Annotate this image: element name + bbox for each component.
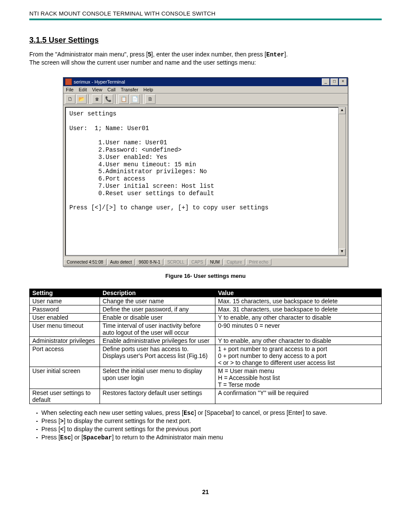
table-row: User enabledEnable or disable userY to e…	[30, 314, 382, 322]
toolbar-separator	[142, 94, 143, 104]
key-esc: Esc	[184, 410, 194, 417]
section-title: 3.1.5 User Settings	[29, 36, 382, 45]
note-text: ] to display the current settings for th…	[64, 417, 191, 424]
scroll-up-icon[interactable]: ▲	[339, 107, 346, 114]
table-row: Reset user settings to defaultRestores f…	[30, 389, 382, 404]
running-header: NTI RACK MOUNT CONSOLE TERMINAL WITH CON…	[29, 10, 382, 17]
status-caps: CAPS	[188, 259, 206, 265]
open-icon[interactable]: 📂	[76, 94, 87, 104]
menu-edit[interactable]: Edit	[79, 87, 87, 92]
intro-text: The screen will show the current user nu…	[29, 59, 382, 66]
cell-value: 1 + port number to grant access to a por…	[215, 345, 382, 367]
menubar: File Edit View Call Transfer Help	[63, 86, 348, 93]
send-icon[interactable]: 📋	[118, 94, 129, 104]
note-text: ] to return to the Administrator main me…	[112, 434, 223, 441]
menu-file[interactable]: File	[66, 87, 74, 92]
properties-icon[interactable]: 🗎	[145, 94, 156, 104]
intro-text: ], enter the user index number, then pre…	[151, 51, 266, 58]
intro-text: ].	[284, 51, 288, 58]
list-item: Press [<] to display the current setting…	[41, 426, 382, 433]
cell-setting: Reset user settings to default	[30, 389, 100, 404]
cell-setting: User name	[30, 297, 100, 305]
figure-caption: Figure 16- User settings menu	[29, 273, 382, 279]
menu-transfer[interactable]: Transfer	[121, 87, 138, 92]
note-text: Press [	[41, 417, 60, 424]
intro-text: From the "Administrator main menu", pres…	[29, 51, 148, 58]
toolbar-separator	[115, 94, 117, 104]
menu-help[interactable]: Help	[143, 87, 153, 92]
status-autodetect: Auto detect	[107, 259, 135, 265]
key-esc: Esc	[60, 434, 71, 441]
col-setting: Setting	[30, 289, 100, 297]
status-printecho: Print echo	[246, 259, 271, 265]
col-value: Value	[215, 289, 382, 297]
table-row: User nameChange the user nameMax. 15 cha…	[30, 297, 382, 305]
hyperterminal-window: serimux - HyperTerminal _ □ × File Edit …	[63, 77, 348, 267]
table-row: Port accessDefine ports user has access …	[30, 345, 382, 367]
menu-view[interactable]: View	[92, 87, 103, 92]
cell-description: Time interval of user inactivity before …	[100, 322, 215, 337]
cell-setting: Port access	[30, 345, 100, 367]
disconnect-icon[interactable]: 📞	[103, 94, 113, 104]
list-item: Press [Esc] or [Spacebar] to return to t…	[41, 434, 382, 441]
new-icon[interactable]: 🗋	[65, 94, 75, 104]
cell-value: 0-90 minutes 0 = never	[215, 322, 382, 337]
cell-description: Define ports user has access to. Display…	[100, 345, 215, 367]
cell-setting: User initial screen	[30, 367, 100, 389]
key-5: 5	[148, 51, 151, 58]
list-item: When selecting each new user setting val…	[41, 409, 382, 417]
titlebar: serimux - HyperTerminal _ □ ×	[63, 78, 348, 86]
col-description: Description	[100, 289, 215, 297]
status-capture: Capture	[224, 259, 245, 265]
key-enter: Enter	[266, 51, 284, 58]
call-icon[interactable]: ☎	[92, 94, 102, 104]
status-scroll: SCROLL	[164, 259, 187, 265]
table-header-row: Setting Description Value	[30, 289, 382, 297]
cell-setting: Administrator privileges	[30, 337, 100, 345]
cell-setting: User menu timeout	[30, 322, 100, 337]
cell-description: Enable administrative privileges for use…	[100, 337, 215, 345]
status-num: NUM	[207, 259, 223, 265]
window-title: serimux - HyperTerminal	[74, 79, 125, 84]
table-row: Administrator privilegesEnable administr…	[30, 337, 382, 345]
key-lt: <	[60, 426, 64, 433]
note-text: ] or [Spacebar] to cancel, or press [Ent…	[194, 409, 327, 416]
cell-description: Define the user password, if any	[100, 305, 215, 314]
notes-list: When selecting each new user setting val…	[29, 409, 382, 441]
cell-value: Y to enable, any other character to disa…	[215, 337, 382, 345]
table-row: User menu timeoutTime interval of user i…	[30, 322, 382, 337]
minimize-button[interactable]: _	[322, 78, 330, 85]
terminal-area: User settings User: 1; Name: User01 1.Us…	[63, 105, 348, 258]
page-number: 21	[29, 488, 382, 495]
table-row: PasswordDefine the user password, if any…	[30, 305, 382, 314]
status-connected: Connected 4:51:08	[64, 259, 106, 265]
key-gt: >	[60, 418, 64, 425]
cell-description: Change the user name	[100, 297, 215, 305]
cell-value: Max. 31 characters, use backspace to del…	[215, 305, 382, 314]
cell-setting: Password	[30, 305, 100, 314]
cell-setting: User enabled	[30, 314, 100, 322]
app-icon	[65, 78, 72, 85]
list-item: Press [>] to display the current setting…	[41, 417, 382, 425]
scrollbar[interactable]: ▲ ▼	[338, 107, 346, 256]
key-spacebar: Spacebar	[83, 434, 112, 441]
toolbar: 🗋 📂 ☎ 📞 📋 📄 🗎	[63, 93, 348, 105]
note-text: Press [	[41, 426, 60, 432]
statusbar: Connected 4:51:08 Auto detect 9600 8-N-1…	[63, 258, 348, 266]
settings-table: Setting Description Value User nameChang…	[29, 289, 382, 404]
terminal-output: User settings User: 1; Name: User01 1.Us…	[65, 107, 346, 256]
maximize-button[interactable]: □	[330, 78, 338, 85]
cell-value: Y to enable, any other character to disa…	[215, 314, 382, 322]
cell-description: Restores factory default user settings	[100, 389, 215, 404]
cell-description: Select the initial user menu to display …	[100, 367, 215, 389]
close-button[interactable]: ×	[339, 78, 347, 85]
toolbar-separator	[88, 94, 90, 104]
receive-icon[interactable]: 📄	[130, 94, 140, 104]
note-text: When selecting each new user setting val…	[41, 409, 184, 416]
table-row: User initial screenSelect the initial us…	[30, 367, 382, 389]
menu-call[interactable]: Call	[107, 87, 115, 92]
note-text: ] or [	[71, 434, 83, 441]
header-rule-thin	[29, 20, 382, 20]
scroll-down-icon[interactable]: ▼	[339, 249, 346, 255]
cell-value: M = User main menu H = Accessible host l…	[215, 367, 382, 389]
